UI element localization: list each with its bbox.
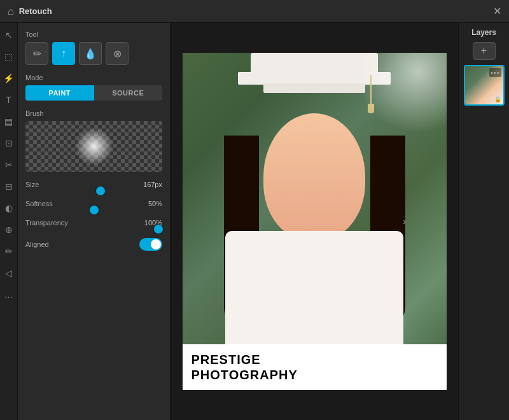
brush-glow: [75, 127, 113, 165]
app-title: Retouch: [19, 6, 52, 16]
arrow-tool-icon[interactable]: ↖: [2, 28, 16, 42]
transparency-section: Transparency 100%: [25, 219, 162, 229]
patch-tool-button[interactable]: ⊗: [106, 42, 129, 65]
transform-tool-icon[interactable]: ⚡: [2, 71, 16, 85]
softness-slider-thumb[interactable]: [90, 206, 99, 214]
watermark-line1: PRESTIGE: [192, 352, 438, 367]
mode-buttons: PAINT SOURCE: [25, 85, 162, 101]
marquee-tool-icon[interactable]: ⬚: [2, 50, 16, 64]
add-layer-button[interactable]: +: [473, 42, 496, 60]
brush-preview[interactable]: [25, 121, 162, 172]
size-slider-thumb[interactable]: [96, 186, 105, 195]
circle-tool-icon[interactable]: ◐: [2, 201, 16, 215]
effect-tool-icon[interactable]: ⊕: [2, 223, 16, 237]
graduation-gown: [225, 231, 403, 358]
heal-tool-button[interactable]: 💧: [79, 42, 102, 65]
tool-buttons: ✏ ↑ 💧 ⊗: [25, 42, 162, 65]
photo-background: [183, 53, 447, 390]
close-icon[interactable]: ✕: [493, 5, 501, 17]
aligned-row: Aligned: [25, 238, 162, 251]
canvas-area[interactable]: PRESTIGE PHOTOGRAPHY ›: [171, 23, 458, 420]
layers-title: Layers: [471, 28, 496, 37]
right-arrow-icon[interactable]: ›: [403, 216, 406, 227]
right-panel: Layers + ••• 🔒: [458, 23, 509, 420]
crop-tool-icon[interactable]: ⊡: [2, 136, 16, 150]
cap-band: [263, 83, 365, 93]
pen-tool-icon[interactable]: ✏: [2, 244, 16, 258]
source-mode-button[interactable]: SOURCE: [94, 85, 163, 101]
text-tool-icon[interactable]: T: [2, 93, 16, 107]
sparkle-overlay: [351, 53, 447, 148]
softness-value: 50%: [137, 200, 162, 207]
home-icon[interactable]: ⌂: [8, 6, 14, 17]
eye-tool-icon[interactable]: ◁: [2, 266, 16, 280]
watermark-line2: PHOTOGRAPHY: [192, 367, 438, 382]
tool-section: Tool ✏ ↑ 💧 ⊗: [25, 31, 162, 65]
aligned-toggle-knob: [151, 239, 161, 249]
aligned-label: Aligned: [25, 241, 49, 248]
transparency-slider-thumb[interactable]: [154, 225, 163, 234]
left-panel: Tool ✏ ↑ 💧 ⊗ Mode PAINT SOURCE Brush: [18, 23, 171, 420]
left-toolbar: ↖ ⬚ ⚡ T ▤ ⊡ ✂ ⊟ ◐ ⊕ ✏ ◁ …: [0, 23, 18, 420]
brush-label: Brush: [25, 109, 162, 117]
more-tool-icon[interactable]: …: [2, 288, 16, 302]
size-value: 167px: [137, 181, 162, 188]
watermark-text: PRESTIGE PHOTOGRAPHY: [192, 352, 438, 382]
mode-label: Mode: [25, 74, 162, 81]
layer-lock-icon: 🔒: [494, 96, 501, 102]
paint-mode-button[interactable]: PAINT: [25, 85, 94, 101]
brush-tool-button[interactable]: ✏: [25, 42, 48, 65]
adjust-tool-icon[interactable]: ⊟: [2, 179, 16, 193]
size-label: Size: [25, 181, 76, 188]
softness-section: Softness 50%: [25, 200, 162, 210]
paint-tool-icon[interactable]: ▤: [2, 115, 16, 129]
softness-label: Softness: [25, 200, 76, 207]
face-area: [263, 113, 365, 241]
tool-label: Tool: [25, 31, 162, 38]
top-bar: ⌂ Retouch ✕: [0, 0, 509, 23]
aligned-toggle[interactable]: [139, 238, 162, 251]
size-section: Size 167px: [25, 181, 162, 191]
brush-section: Brush: [25, 109, 162, 172]
mode-section: Mode PAINT SOURCE: [25, 74, 162, 101]
photo-container: PRESTIGE PHOTOGRAPHY: [183, 53, 447, 390]
watermark-bar: PRESTIGE PHOTOGRAPHY: [183, 344, 447, 390]
layer-options-icon[interactable]: •••: [489, 68, 501, 77]
clone-tool-button[interactable]: ↑: [52, 42, 75, 65]
cut-tool-icon[interactable]: ✂: [2, 158, 16, 172]
layer-thumbnail[interactable]: ••• 🔒: [464, 65, 505, 106]
transparency-label: Transparency: [25, 219, 76, 227]
